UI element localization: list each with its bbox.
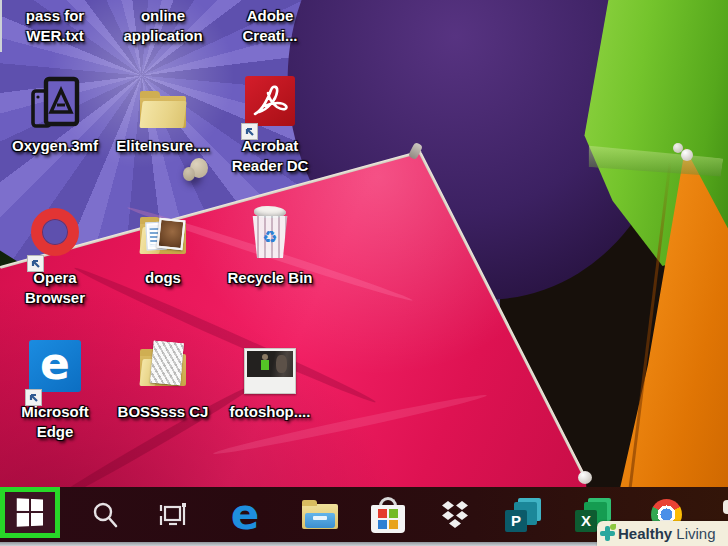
desktop-icon-dogs[interactable]: dogs [110,206,216,288]
desktop-icon-online-application[interactable]: onlineapplication [110,6,216,46]
icon-label: BOSSsss CJ [110,402,216,422]
desktop-icon-acrobat-reader[interactable]: AcrobatReader DC [217,76,323,176]
dogs-folder-icon [140,206,186,268]
shortcut-arrow-overlay [27,255,44,272]
icon-label: EliteInsure.... [110,136,216,156]
desktop-icon-fotoshop[interactable]: fotoshop.... [217,342,323,422]
taskbar-search-button[interactable] [83,487,127,542]
icon-label: AdobeCreati... [217,6,323,46]
icon-label: onlineapplication [110,6,216,46]
oxygen-3mf-icon [30,76,80,136]
dropbox-icon [438,499,472,531]
icon-label: Recycle Bin [217,268,323,288]
desktop-icon-opera[interactable]: OperaBrowser [2,206,108,308]
shortcut-arrow-overlay [241,123,258,140]
wallpaper-green-tip-knob [673,143,683,153]
acrobat-reader-icon [245,76,295,136]
bosssss-folder-icon [140,340,186,402]
desktop-icon-bosssss-cj[interactable]: BOSSsss CJ [110,340,216,422]
icon-label: MicrosoftEdge [2,402,108,442]
desktop-icon-recycle-bin[interactable]: ♻ Recycle Bin [217,204,323,288]
taskbar-edge-button[interactable]: e [223,487,267,542]
windows-logo-icon [16,498,42,526]
wallpaper-orange-tip-knob [681,149,693,161]
wallpaper-umbrella-knob [190,158,208,178]
taskbar-dropbox-button[interactable] [433,487,477,542]
taskbar-task-view-button[interactable] [151,487,195,542]
desktop-icon-microsoft-edge[interactable]: e MicrosoftEdge [2,340,108,442]
healthy-living-watermark: Healthy Living [597,521,728,546]
folder-icon [140,76,186,136]
taskbar-publisher-button[interactable]: P [501,487,545,542]
icon-label: dogs [110,268,216,288]
search-icon [90,500,120,530]
taskbar-cutoff-icon [723,500,728,514]
taskbar-store-button[interactable] [366,487,410,542]
shortcut-arrow-overlay [25,389,42,406]
file-explorer-icon [302,500,338,529]
icon-label: OperaBrowser [2,268,108,308]
edge-icon: e [231,495,260,535]
icon-label: Oxygen.3mf [2,136,108,156]
wallpaper-white-knob [578,471,592,484]
icon-label: pass forWER.txt [2,6,108,46]
desktop-icon-adobe-creative[interactable]: AdobeCreati... [217,6,323,46]
healthy-living-plus-icon [600,526,615,541]
icon-label: fotoshop.... [217,402,323,422]
recycle-bin-icon: ♻ [250,204,290,268]
microsoft-store-icon [371,497,405,533]
desktop-icon-oxygen-3mf[interactable]: Oxygen.3mf [2,76,108,156]
icon-label: AcrobatReader DC [217,136,323,176]
desktop-icon-eliteinsure[interactable]: EliteInsure.... [110,76,216,156]
windows-desktop-screen: pass forWER.txt onlineapplication AdobeC… [0,0,728,546]
publisher-icon: P [505,498,541,532]
microsoft-edge-icon: e [29,340,81,402]
task-view-icon [157,500,189,530]
opera-browser-icon [31,206,79,268]
watermark-text: Healthy Living [618,525,716,542]
start-button[interactable] [0,487,60,538]
fotoshop-thumbnail-icon [244,342,296,402]
taskbar-file-explorer-button[interactable] [298,487,342,542]
desktop-icon-pass-for-wer[interactable]: pass forWER.txt [2,6,108,46]
